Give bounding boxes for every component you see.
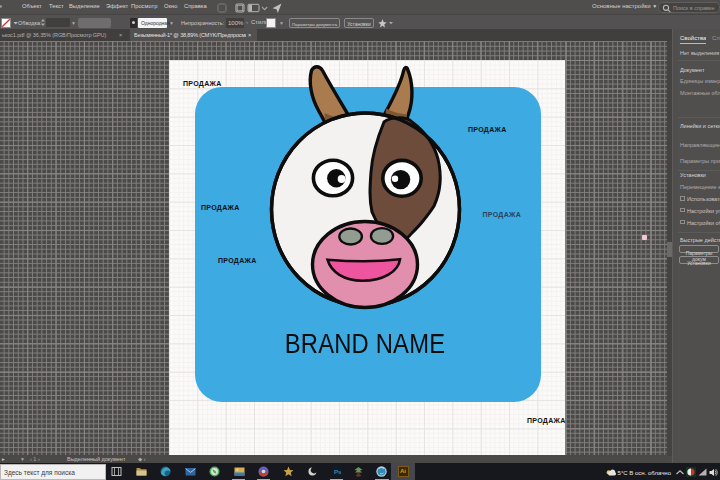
svg-text:Ps: Ps [334,469,342,475]
